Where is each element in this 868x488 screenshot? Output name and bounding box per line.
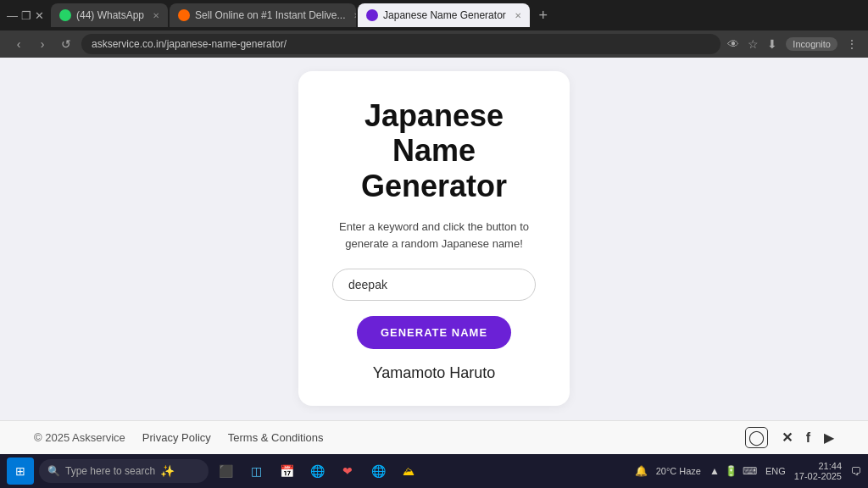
app6[interactable]: 🌐 [366,459,390,483]
generated-name: Yamamoto Haruto [332,364,536,382]
app7[interactable]: ⛰ [397,459,420,483]
lens-icon[interactable]: 👁 [727,37,739,51]
taskview-button[interactable]: ⬛ [214,459,237,483]
widgets-button[interactable]: ◫ [244,459,268,483]
generator-card: JapaneseNameGenerator Enter a keyword an… [298,71,570,406]
start-button[interactable]: ⊞ [7,458,34,485]
app5[interactable]: ❤ [336,459,359,483]
notification-button[interactable]: 🗨 [850,465,861,478]
instagram-icon[interactable]: ◯ [745,427,768,448]
tab-whatsapp-label: (44) WhatsApp [76,9,144,21]
incognito-button[interactable]: Incognito [786,37,837,51]
terms-conditions-link[interactable]: Terms & Conditions [228,431,324,444]
back-button[interactable]: ‹ [10,37,27,51]
taskbar-search-box[interactable]: 🔍 Type here to search ✨ [39,459,209,483]
url-box[interactable]: askservice.co.in/japanese-name-generator… [81,34,721,54]
system-tray-icons: ▲ 🔋 ⌨ [709,465,757,477]
weather-info: 20°C Haze [656,466,701,476]
page-footer: © 2025 Askservice Privacy Policy Terms &… [0,420,868,454]
window-controls[interactable]: — ❐ ✕ [7,9,44,22]
taskbar-app-icons: ⬛ ◫ 📅 🌐 ❤ 🌐 ⛰ [214,459,420,483]
page-title: JapaneseNameGenerator [332,98,536,203]
maximize-icon[interactable]: ❐ [21,9,31,22]
browser-action-buttons: 👁 ☆ ⬇ Incognito ⋮ [727,37,858,51]
browser-chrome: — ❐ ✕ (44) WhatsApp ✕ Sell Online on #1 … [0,0,868,58]
keyboard-icon[interactable]: ⌨ [743,465,757,477]
taskbar-clock: 21:44 17-02-2025 [794,461,842,481]
clock-time: 21:44 [794,461,842,471]
taskbar-search-placeholder: Type here to search [65,465,155,477]
tab-sell-online-close[interactable]: ✕ [353,11,356,20]
twitter-icon[interactable]: ✕ [782,430,793,446]
chrome-app[interactable]: 🌐 [305,459,329,483]
tab-whatsapp[interactable]: (44) WhatsApp ✕ [51,3,168,27]
notification-icon[interactable]: 🔔 [635,465,648,477]
address-bar: ‹ › ↺ askservice.co.in/japanese-name-gen… [0,30,868,58]
forward-button[interactable]: › [34,37,51,51]
sell-online-favicon [178,9,190,21]
clock-date: 17-02-2025 [794,471,842,481]
footer-left: © 2025 Askservice Privacy Policy Terms &… [34,431,324,444]
taskbar: ⊞ 🔍 Type here to search ✨ ⬛ ◫ 📅 🌐 ❤ 🌐 ⛰ … [0,454,868,488]
close-window-icon[interactable]: ✕ [35,9,44,22]
reload-button[interactable]: ↺ [58,37,75,51]
wifi-icon[interactable]: ▲ [709,465,720,477]
calendar-app[interactable]: 📅 [275,459,298,483]
tab-japanese-generator[interactable]: Japanese Name Generator ✕ [358,3,530,27]
new-tab-button[interactable]: + [531,3,555,27]
bookmark-icon[interactable]: ☆ [748,37,759,51]
facebook-icon[interactable]: f [806,430,810,446]
battery-icon[interactable]: 🔋 [725,465,737,477]
tab-japanese-generator-close[interactable]: ✕ [515,11,521,20]
page-content: JapaneseNameGenerator Enter a keyword an… [0,58,868,420]
youtube-icon[interactable]: ▶ [824,430,834,446]
download-icon[interactable]: ⬇ [767,37,777,51]
taskbar-right: 🔔 20°C Haze ▲ 🔋 ⌨ ENG 21:44 17-02-2025 🗨 [635,461,861,481]
tab-bar: — ❐ ✕ (44) WhatsApp ✕ Sell Online on #1 … [0,0,868,30]
tab-sell-online-label: Sell Online on #1 Instant Delive... [195,9,345,21]
url-text: askservice.co.in/japanese-name-generator… [92,38,287,50]
japanese-generator-favicon [366,9,378,21]
menu-icon[interactable]: ⋮ [846,37,858,51]
generate-name-button[interactable]: GENERATE NAME [357,316,511,349]
tab-sell-online[interactable]: Sell Online on #1 Instant Delive... ✕ [170,3,356,27]
search-icon: 🔍 [47,465,60,477]
tab-japanese-generator-label: Japanese Name Generator [383,9,506,21]
keyword-input[interactable] [332,269,536,301]
copyright-text: © 2025 Askservice [34,431,125,444]
page-subtitle: Enter a keyword and click the button to … [332,219,536,252]
whatsapp-favicon [59,9,71,21]
tab-whatsapp-close[interactable]: ✕ [153,11,159,20]
privacy-policy-link[interactable]: Privacy Policy [142,431,211,444]
language-label: ENG [765,466,786,476]
social-icons: ◯ ✕ f ▶ [745,427,834,448]
minimize-icon[interactable]: — [7,9,18,22]
